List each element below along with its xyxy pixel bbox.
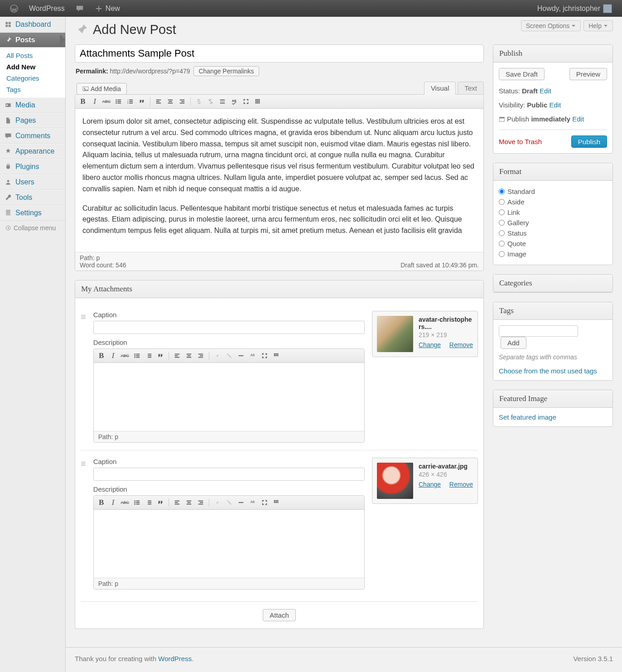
- strike-button[interactable]: ABC: [120, 350, 130, 361]
- submenu-categories[interactable]: Categories: [0, 73, 65, 84]
- align-left-button[interactable]: [153, 96, 164, 107]
- menu-posts[interactable]: Posts: [0, 32, 65, 48]
- tags-input[interactable]: [499, 325, 578, 337]
- edit-visibility-link[interactable]: Edit: [549, 101, 561, 109]
- add-media-button[interactable]: Add Media: [77, 83, 127, 95]
- wordpress-link[interactable]: WordPress: [158, 655, 192, 662]
- link-button[interactable]: [193, 96, 204, 107]
- change-attachment-link[interactable]: Change: [419, 481, 441, 488]
- drag-handle-icon[interactable]: ≡: [81, 311, 86, 322]
- remove-attachment-link[interactable]: Remove: [449, 341, 473, 348]
- format-radio[interactable]: [499, 199, 505, 205]
- format-option-status[interactable]: Status: [499, 228, 607, 238]
- align-right-button[interactable]: [177, 96, 188, 107]
- format-option-image[interactable]: Image: [499, 249, 607, 259]
- bold-button[interactable]: B: [96, 350, 107, 361]
- link-button[interactable]: [212, 497, 223, 508]
- my-account[interactable]: Howdy, jchristopher: [532, 0, 617, 17]
- collapse-menu[interactable]: Collapse menu: [0, 221, 65, 235]
- tab-visual[interactable]: Visual: [424, 82, 456, 95]
- unlink-button[interactable]: [224, 497, 235, 508]
- publish-button[interactable]: Publish: [571, 135, 607, 148]
- spellcheck-button[interactable]: AB: [247, 497, 258, 508]
- align-center-button[interactable]: [183, 497, 194, 508]
- submenu-add-new[interactable]: Add New: [0, 61, 65, 73]
- spellcheck-button[interactable]: AB: [247, 350, 258, 361]
- submenu-all-posts[interactable]: All Posts: [0, 50, 65, 61]
- format-radio[interactable]: [499, 241, 505, 247]
- quote-button[interactable]: [136, 96, 147, 107]
- fullscreen-button[interactable]: [259, 497, 270, 508]
- align-left-button[interactable]: [172, 497, 183, 508]
- format-option-quote[interactable]: Quote: [499, 238, 607, 249]
- fullscreen-button[interactable]: [241, 96, 251, 107]
- wp-logo[interactable]: [5, 0, 24, 17]
- comments-bubble[interactable]: [70, 0, 89, 17]
- edit-status-link[interactable]: Edit: [540, 87, 551, 95]
- link-button[interactable]: [212, 350, 223, 361]
- more-button[interactable]: [236, 350, 246, 361]
- format-radio[interactable]: [499, 251, 505, 257]
- quote-button[interactable]: [155, 497, 166, 508]
- tab-text[interactable]: Text: [458, 82, 484, 95]
- description-content[interactable]: [94, 363, 364, 431]
- menu-tools[interactable]: Tools: [0, 190, 65, 205]
- move-to-trash-link[interactable]: Move to Trash: [499, 138, 542, 145]
- change-permalinks-button[interactable]: Change Permalinks: [193, 66, 259, 76]
- kitchen-sink-button[interactable]: [252, 96, 263, 107]
- bold-button[interactable]: B: [96, 497, 107, 508]
- format-radio[interactable]: [499, 230, 505, 236]
- bold-button[interactable]: B: [77, 96, 88, 107]
- italic-button[interactable]: I: [108, 497, 119, 508]
- ol-button[interactable]: [143, 350, 154, 361]
- format-radio[interactable]: [499, 189, 505, 194]
- menu-dashboard[interactable]: Dashboard: [0, 17, 65, 32]
- format-option-standard[interactable]: Standard: [499, 186, 607, 197]
- menu-appearance[interactable]: Appearance: [0, 144, 65, 159]
- align-center-button[interactable]: [183, 350, 194, 361]
- menu-plugins[interactable]: Plugins: [0, 159, 65, 174]
- menu-settings[interactable]: Settings: [0, 205, 65, 221]
- ol-button[interactable]: [143, 497, 154, 508]
- preview-button[interactable]: Preview: [569, 68, 607, 80]
- more-button[interactable]: [217, 96, 228, 107]
- strike-button[interactable]: ABC: [120, 497, 130, 508]
- remove-attachment-link[interactable]: Remove: [449, 481, 473, 488]
- menu-comments[interactable]: Comments: [0, 128, 65, 144]
- align-center-button[interactable]: [165, 96, 176, 107]
- caption-input[interactable]: [93, 321, 365, 334]
- format-radio[interactable]: [499, 220, 505, 226]
- caption-input[interactable]: [93, 468, 365, 481]
- align-right-button[interactable]: [195, 497, 206, 508]
- kitchen-sink-button[interactable]: [271, 350, 282, 361]
- submenu-tags[interactable]: Tags: [0, 84, 65, 95]
- ol-button[interactable]: 123: [125, 96, 135, 107]
- format-option-aside[interactable]: Aside: [499, 197, 607, 207]
- kitchen-sink-button[interactable]: [271, 497, 282, 508]
- menu-media[interactable]: Media: [0, 97, 65, 113]
- drag-handle-icon[interactable]: ≡: [81, 458, 86, 469]
- spellcheck-button[interactable]: AB: [229, 96, 240, 107]
- edit-date-link[interactable]: Edit: [572, 115, 584, 123]
- menu-pages[interactable]: Pages: [0, 113, 65, 128]
- unlink-button[interactable]: [205, 96, 216, 107]
- editor-content[interactable]: Lorem ipsum dolor sit amet, consectetur …: [75, 109, 483, 252]
- description-content[interactable]: [94, 510, 364, 578]
- set-featured-image-link[interactable]: Set featured image: [499, 413, 556, 421]
- format-radio[interactable]: [499, 209, 505, 215]
- attach-button[interactable]: Attach: [263, 609, 296, 621]
- new-content[interactable]: New: [89, 0, 125, 17]
- ul-button[interactable]: [113, 96, 124, 107]
- fullscreen-button[interactable]: [259, 350, 270, 361]
- strike-button[interactable]: ABC: [101, 96, 112, 107]
- ul-button[interactable]: [131, 350, 142, 361]
- format-option-gallery[interactable]: Gallery: [499, 218, 607, 228]
- more-button[interactable]: [236, 497, 246, 508]
- title-input[interactable]: [75, 44, 484, 63]
- add-tag-button[interactable]: Add: [501, 337, 526, 349]
- quote-button[interactable]: [155, 350, 166, 361]
- unlink-button[interactable]: [224, 350, 235, 361]
- align-right-button[interactable]: [195, 350, 206, 361]
- align-left-button[interactable]: [172, 350, 183, 361]
- italic-button[interactable]: I: [89, 96, 100, 107]
